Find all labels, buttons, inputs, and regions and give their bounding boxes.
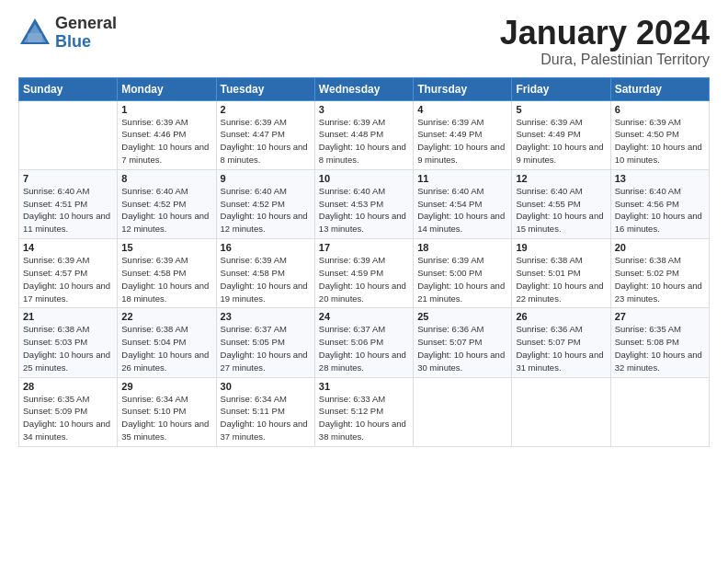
day-number: 20: [615, 242, 705, 253]
calendar-cell: 13 Sunrise: 6:40 AMSunset: 4:56 PMDaylig…: [610, 169, 709, 238]
day-info: Sunrise: 6:37 AMSunset: 5:06 PMDaylight:…: [319, 324, 406, 372]
day-number: 2: [221, 104, 311, 115]
calendar-cell: 4 Sunrise: 6:39 AMSunset: 4:49 PMDayligh…: [414, 100, 512, 169]
calendar-cell: [610, 377, 709, 446]
day-number: 5: [516, 104, 606, 115]
day-info: Sunrise: 6:39 AMSunset: 4:59 PMDaylight:…: [319, 255, 406, 303]
day-info: Sunrise: 6:40 AMSunset: 4:56 PMDaylight:…: [615, 186, 702, 234]
day-number: 13: [615, 173, 705, 184]
day-info: Sunrise: 6:39 AMSunset: 4:49 PMDaylight:…: [516, 117, 603, 165]
calendar-cell: 9 Sunrise: 6:40 AMSunset: 4:52 PMDayligh…: [216, 169, 314, 238]
day-info: Sunrise: 6:39 AMSunset: 4:50 PMDaylight:…: [615, 117, 702, 165]
day-number: 17: [319, 242, 409, 253]
calendar-header-wednesday: Wednesday: [314, 77, 413, 100]
day-number: 30: [221, 381, 311, 392]
location: Dura, Palestinian Territory: [500, 52, 710, 68]
day-info: Sunrise: 6:39 AMSunset: 4:57 PMDaylight:…: [23, 255, 110, 303]
day-number: 21: [23, 311, 113, 322]
day-number: 14: [23, 242, 113, 253]
calendar-cell: 16 Sunrise: 6:39 AMSunset: 4:58 PMDaylig…: [216, 239, 314, 308]
day-number: 1: [121, 104, 211, 115]
calendar-cell: 7 Sunrise: 6:40 AMSunset: 4:51 PMDayligh…: [19, 169, 118, 238]
day-info: Sunrise: 6:40 AMSunset: 4:52 PMDaylight:…: [221, 186, 308, 234]
day-info: Sunrise: 6:39 AMSunset: 5:00 PMDaylight:…: [417, 255, 505, 303]
day-info: Sunrise: 6:39 AMSunset: 4:47 PMDaylight:…: [221, 117, 308, 165]
day-number: 19: [516, 242, 606, 253]
calendar-header-tuesday: Tuesday: [216, 77, 314, 100]
calendar-cell: 18 Sunrise: 6:39 AMSunset: 5:00 PMDaylig…: [414, 239, 512, 308]
day-info: Sunrise: 6:39 AMSunset: 4:58 PMDaylight:…: [221, 255, 308, 303]
day-info: Sunrise: 6:35 AMSunset: 5:08 PMDaylight:…: [615, 324, 702, 372]
logo: General Blue: [18, 15, 117, 52]
calendar-cell: 12 Sunrise: 6:40 AMSunset: 4:55 PMDaylig…: [512, 169, 610, 238]
calendar-header-friday: Friday: [512, 77, 610, 100]
calendar-header-monday: Monday: [118, 77, 216, 100]
page: General Blue January 2024 Dura, Palestin…: [0, 0, 728, 563]
day-info: Sunrise: 6:40 AMSunset: 4:51 PMDaylight:…: [23, 186, 110, 234]
calendar-cell: [512, 377, 610, 446]
day-info: Sunrise: 6:38 AMSunset: 5:04 PMDaylight:…: [121, 324, 209, 372]
calendar-cell: 14 Sunrise: 6:39 AMSunset: 4:57 PMDaylig…: [19, 239, 118, 308]
calendar-cell: 30 Sunrise: 6:34 AMSunset: 5:11 PMDaylig…: [216, 377, 314, 446]
calendar-cell: 11 Sunrise: 6:40 AMSunset: 4:54 PMDaylig…: [414, 169, 512, 238]
calendar-cell: 25 Sunrise: 6:36 AMSunset: 5:07 PMDaylig…: [414, 308, 512, 377]
calendar-cell: 21 Sunrise: 6:38 AMSunset: 5:03 PMDaylig…: [19, 308, 118, 377]
day-info: Sunrise: 6:40 AMSunset: 4:53 PMDaylight:…: [319, 186, 406, 234]
calendar-header-saturday: Saturday: [610, 77, 709, 100]
month-title: January 2024: [500, 15, 710, 52]
calendar-header-thursday: Thursday: [414, 77, 512, 100]
logo-text: General Blue: [55, 15, 117, 52]
day-info: Sunrise: 6:36 AMSunset: 5:07 PMDaylight:…: [516, 324, 603, 372]
calendar-cell: 15 Sunrise: 6:39 AMSunset: 4:58 PMDaylig…: [118, 239, 216, 308]
calendar-cell: 23 Sunrise: 6:37 AMSunset: 5:05 PMDaylig…: [216, 308, 314, 377]
day-number: 18: [417, 242, 507, 253]
day-number: 4: [417, 104, 507, 115]
svg-rect-2: [28, 33, 42, 42]
day-number: 6: [615, 104, 705, 115]
day-number: 22: [121, 311, 211, 322]
day-info: Sunrise: 6:40 AMSunset: 4:52 PMDaylight:…: [121, 186, 209, 234]
calendar-week-3: 14 Sunrise: 6:39 AMSunset: 4:57 PMDaylig…: [19, 239, 710, 308]
day-info: Sunrise: 6:38 AMSunset: 5:01 PMDaylight:…: [516, 255, 603, 303]
day-info: Sunrise: 6:39 AMSunset: 4:58 PMDaylight:…: [121, 255, 209, 303]
title-block: January 2024 Dura, Palestinian Territory: [500, 15, 710, 68]
day-number: 26: [516, 311, 606, 322]
day-number: 25: [417, 311, 507, 322]
day-info: Sunrise: 6:33 AMSunset: 5:12 PMDaylight:…: [319, 394, 406, 442]
calendar-week-2: 7 Sunrise: 6:40 AMSunset: 4:51 PMDayligh…: [19, 169, 710, 238]
day-number: 15: [121, 242, 211, 253]
day-number: 10: [319, 173, 409, 184]
day-number: 29: [121, 381, 211, 392]
day-info: Sunrise: 6:39 AMSunset: 4:49 PMDaylight:…: [417, 117, 505, 165]
calendar-cell: 19 Sunrise: 6:38 AMSunset: 5:01 PMDaylig…: [512, 239, 610, 308]
calendar-week-5: 28 Sunrise: 6:35 AMSunset: 5:09 PMDaylig…: [19, 377, 710, 446]
calendar-cell: 17 Sunrise: 6:39 AMSunset: 4:59 PMDaylig…: [314, 239, 413, 308]
day-number: 3: [319, 104, 409, 115]
calendar-cell: [414, 377, 512, 446]
calendar-cell: 20 Sunrise: 6:38 AMSunset: 5:02 PMDaylig…: [610, 239, 709, 308]
calendar-table: SundayMondayTuesdayWednesdayThursdayFrid…: [18, 77, 710, 447]
day-number: 16: [221, 242, 311, 253]
day-number: 9: [221, 173, 311, 184]
calendar-cell: 22 Sunrise: 6:38 AMSunset: 5:04 PMDaylig…: [118, 308, 216, 377]
day-info: Sunrise: 6:38 AMSunset: 5:03 PMDaylight:…: [23, 324, 110, 372]
day-number: 8: [121, 173, 211, 184]
day-info: Sunrise: 6:40 AMSunset: 4:54 PMDaylight:…: [417, 186, 505, 234]
day-number: 27: [615, 311, 705, 322]
calendar-cell: 29 Sunrise: 6:34 AMSunset: 5:10 PMDaylig…: [118, 377, 216, 446]
day-info: Sunrise: 6:34 AMSunset: 5:10 PMDaylight:…: [121, 394, 209, 442]
day-info: Sunrise: 6:35 AMSunset: 5:09 PMDaylight:…: [23, 394, 110, 442]
calendar-cell: 10 Sunrise: 6:40 AMSunset: 4:53 PMDaylig…: [314, 169, 413, 238]
calendar-cell: 6 Sunrise: 6:39 AMSunset: 4:50 PMDayligh…: [610, 100, 709, 169]
calendar-cell: 2 Sunrise: 6:39 AMSunset: 4:47 PMDayligh…: [216, 100, 314, 169]
day-info: Sunrise: 6:37 AMSunset: 5:05 PMDaylight:…: [221, 324, 308, 372]
day-info: Sunrise: 6:34 AMSunset: 5:11 PMDaylight:…: [221, 394, 308, 442]
day-info: Sunrise: 6:39 AMSunset: 4:48 PMDaylight:…: [319, 117, 406, 165]
calendar-cell: 26 Sunrise: 6:36 AMSunset: 5:07 PMDaylig…: [512, 308, 610, 377]
day-info: Sunrise: 6:36 AMSunset: 5:07 PMDaylight:…: [417, 324, 505, 372]
day-number: 7: [23, 173, 113, 184]
calendar-cell: 24 Sunrise: 6:37 AMSunset: 5:06 PMDaylig…: [314, 308, 413, 377]
calendar-cell: 3 Sunrise: 6:39 AMSunset: 4:48 PMDayligh…: [314, 100, 413, 169]
day-info: Sunrise: 6:40 AMSunset: 4:55 PMDaylight:…: [516, 186, 603, 234]
day-number: 23: [221, 311, 311, 322]
